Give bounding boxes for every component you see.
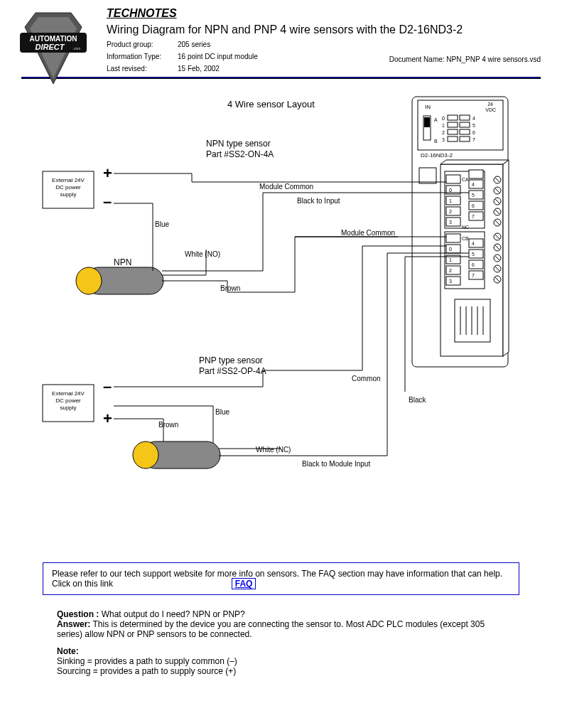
svg-rect-88 [469, 250, 483, 258]
svg-text:3: 3 [449, 279, 452, 284]
npn-sensor: NPN [76, 257, 163, 294]
info-type: 16 point DC input module [178, 53, 258, 60]
npn-part: Part #SS2-ON-4A [206, 149, 274, 159]
svg-text:DC power: DC power [55, 184, 81, 191]
svg-rect-61 [446, 207, 460, 215]
svg-rect-25 [460, 129, 470, 134]
svg-text:0: 0 [449, 247, 452, 252]
svg-rect-78 [446, 245, 460, 253]
svg-text:1: 1 [442, 123, 445, 128]
svg-rect-16 [448, 115, 458, 120]
wiring-diagram: 4 Wire sensor Layout IN 24 VDC A B 04 15… [0, 79, 562, 548]
svg-text:3: 3 [442, 137, 445, 142]
svg-rect-28 [448, 136, 458, 141]
svg-rect-84 [446, 277, 460, 285]
svg-text:0: 0 [442, 116, 445, 121]
svg-rect-86 [469, 239, 483, 247]
svg-rect-24 [448, 129, 458, 134]
svg-text:6: 6 [472, 203, 475, 208]
svg-text:2: 2 [449, 209, 452, 214]
svg-rect-67 [469, 191, 483, 199]
faq-link[interactable]: FAQ [232, 578, 256, 589]
pnp-minus: – [103, 378, 112, 395]
wire-white-no: White (NO) [185, 250, 220, 258]
product-group-label: Product group: [107, 41, 178, 48]
svg-text:4: 4 [472, 116, 475, 121]
note-label: Note: [57, 646, 79, 656]
faq-text: Please refer to our tech support website… [52, 569, 502, 589]
svg-text:2: 2 [442, 130, 445, 135]
svg-text:DIRECT: DIRECT [36, 43, 65, 51]
note-block: Note: Sinking = provides a path to suppl… [57, 646, 505, 676]
svg-text:4: 4 [472, 182, 475, 187]
layout-title: 4 Wire sensor Layout [227, 99, 315, 109]
pnp-sensor [133, 441, 220, 469]
svg-text:5: 5 [472, 252, 475, 257]
svg-text:24: 24 [487, 102, 493, 107]
svg-text:A: A [434, 117, 438, 122]
svg-rect-92 [469, 271, 483, 279]
last-revised-label: Last revised: [107, 65, 178, 73]
svg-rect-76 [446, 234, 460, 242]
svg-text:DC power: DC power [55, 397, 81, 404]
product-group: 205 series [178, 41, 210, 48]
svg-text:D2-16ND3-2: D2-16ND3-2 [421, 152, 453, 159]
svg-text:6: 6 [472, 262, 475, 267]
svg-text:External 24V: External 24V [52, 177, 85, 183]
svg-text:.com: .com [73, 46, 81, 50]
plc-module: IN 24 VDC A B 04 15 26 37 D2-16ND3-2 [412, 97, 509, 367]
svg-text:7: 7 [472, 137, 475, 142]
svg-text:supply: supply [60, 191, 76, 198]
svg-rect-65 [469, 180, 483, 188]
svg-text:0: 0 [449, 188, 452, 193]
svg-rect-21 [460, 122, 470, 127]
svg-text:External 24V: External 24V [52, 390, 85, 397]
svg-text:1: 1 [449, 257, 452, 262]
last-revised: 15 Feb, 2002 [178, 65, 220, 73]
svg-rect-12 [424, 117, 430, 127]
svg-text:4: 4 [472, 241, 475, 246]
technotes-label: TECHNOTES [107, 7, 541, 20]
svg-rect-59 [446, 196, 460, 205]
svg-rect-17 [460, 115, 470, 120]
svg-rect-20 [448, 122, 458, 127]
svg-rect-32 [419, 168, 436, 183]
info-type-label: Information Type: [107, 53, 178, 60]
svg-point-104 [76, 267, 102, 294]
pnp-title: PNP type sensor [199, 355, 263, 365]
svg-text:AUTOMATION: AUTOMATION [30, 35, 77, 43]
svg-text:B: B [434, 139, 438, 144]
faq-box: Please refer to our tech support website… [43, 562, 519, 595]
wire-brown: Brown [220, 284, 240, 292]
svg-rect-69 [469, 201, 483, 210]
npn-title: NPN type sensor [206, 139, 271, 149]
module-common-1: Module Common [259, 183, 313, 191]
svg-rect-82 [446, 266, 460, 274]
answer: This is determined by the device you are… [57, 619, 485, 639]
pnp-plus: + [103, 410, 112, 427]
svg-text:supply: supply [60, 405, 76, 411]
svg-text:3: 3 [449, 220, 452, 225]
question-label: Question : [57, 609, 99, 619]
svg-rect-71 [469, 212, 483, 220]
header: AUTOMATION DIRECT .com TECHNOTES Wiring … [0, 0, 562, 73]
wire-brown-2: Brown [158, 421, 178, 429]
npn-plus: + [103, 164, 112, 182]
pnp-part: Part #SS2-OP-4A [199, 366, 266, 376]
svg-text:CA: CA [462, 177, 469, 182]
svg-rect-55 [446, 175, 460, 183]
wire-blue-2: Blue [215, 408, 229, 416]
svg-text:IN: IN [425, 104, 431, 110]
svg-text:NPN: NPN [114, 257, 131, 267]
black-to-input: Black to Input [297, 197, 340, 205]
svg-text:CB: CB [462, 236, 469, 241]
svg-text:1: 1 [449, 198, 452, 203]
note-line2: Sourcing = provides a path to supply sou… [57, 666, 505, 676]
common-label: Common [352, 375, 381, 382]
black-to-modinput: Black to Module Input [302, 460, 370, 468]
wire-white-nc: White (NC) [256, 446, 291, 454]
svg-point-111 [133, 441, 158, 469]
qa-block: Question : What output do I need? NPN or… [57, 609, 505, 639]
page-title: Wiring Diagram for NPN and PNP 4 wire se… [107, 23, 541, 36]
svg-text:6: 6 [472, 130, 475, 135]
